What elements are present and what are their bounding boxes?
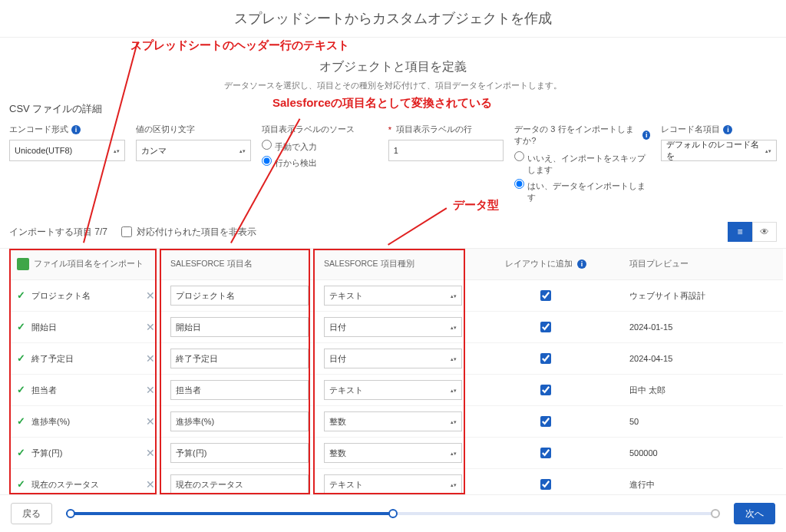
labelsource-detect[interactable]: 行から検出 [262,156,378,169]
sf-field-cell: 予算(円) [163,438,316,469]
info-icon[interactable]: i [577,259,586,269]
delimiter-select[interactable]: カンマ▴▾ [136,140,252,161]
remove-field-icon[interactable]: ✕ [146,415,155,428]
sf-type-select[interactable]: テキスト▴▾ [324,286,462,306]
caret-icon: ▴▾ [239,148,246,154]
sub-title: オブジェクトと項目を定義 [0,38,786,75]
check-icon: ✓ [17,447,25,458]
th-sf-field: SALESFORCE 項目名 [163,249,316,280]
file-field-cell: ✓進捗率(%)✕ [9,406,163,438]
caret-icon: ▴▾ [451,419,457,425]
list-view-toggle[interactable]: ≡ [728,222,752,242]
recordname-select[interactable]: デフォルトのレコード名を▴▾ [661,140,777,161]
add-to-layout-checkbox[interactable] [540,448,551,458]
preview-cell: 50 [622,406,783,438]
sf-type-cell: テキスト▴▾ [316,280,470,312]
preview-cell: 500000 [622,438,783,469]
check-icon: ✓ [17,289,25,301]
check-icon: ✓ [17,352,25,364]
remove-field-icon[interactable]: ✕ [146,447,155,459]
preview-cell: ウェブサイト再設計 [622,280,783,312]
importrows-yes[interactable]: はい、データをインポートします [514,179,650,203]
check-icon: ✓ [17,321,25,332]
sf-type-select[interactable]: 日付▴▾ [324,349,462,368]
sf-type-cell: テキスト▴▾ [316,375,470,406]
sf-field-input[interactable]: 予算(円) [170,443,309,463]
step-dot-1[interactable] [66,509,75,518]
sf-field-input[interactable]: 終了予定日 [170,349,309,368]
info-icon[interactable]: i [723,125,732,134]
caret-icon: ▴▾ [451,293,457,299]
info-icon[interactable]: i [71,125,81,134]
remove-field-icon[interactable]: ✕ [146,352,155,365]
add-to-layout-checkbox[interactable] [540,353,551,364]
file-field-cell: ✓開始日✕ [9,312,163,343]
layout-cell [470,312,622,343]
spreadsheet-icon [17,258,29,270]
th-file-field: ファイル項目名をインポート [9,249,163,280]
sf-type-select[interactable]: 日付▴▾ [324,317,462,337]
caret-icon: ▴▾ [114,148,120,154]
remove-field-icon[interactable]: ✕ [146,289,155,302]
importrows-radiogroup: いいえ、インポートをスキップします はい、データをインポートします [514,151,650,203]
sf-field-input[interactable]: 現在のステータス [170,474,309,494]
importrows-no[interactable]: いいえ、インポートをスキップします [514,151,650,176]
check-icon: ✓ [17,384,25,395]
labelrow-input[interactable]: 1 [388,140,504,161]
th-layout: レイアウトに追加i [470,249,622,280]
caret-icon: ▴▾ [451,325,457,330]
caret-icon: ▴▾ [451,356,457,362]
sf-field-cell: 終了予定日 [163,343,316,375]
file-field-cell: ✓プロジェクト名✕ [9,280,163,312]
sf-type-select[interactable]: 整数▴▾ [324,411,462,431]
back-button[interactable]: 戻る [11,503,52,524]
add-to-layout-checkbox[interactable] [540,479,551,490]
step-dot-2[interactable] [388,509,398,518]
sf-field-input[interactable]: プロジェクト名 [170,286,309,306]
add-to-layout-checkbox[interactable] [540,416,551,427]
sf-type-cell: 日付▴▾ [316,343,470,375]
sf-type-select[interactable]: 整数▴▾ [324,443,462,463]
remove-field-icon[interactable]: ✕ [146,321,155,333]
next-button[interactable]: 次へ [734,503,775,524]
th-sf-type: SALESFORCE 項目種別 [316,249,470,280]
list-icon: ≡ [737,226,742,237]
encoding-select[interactable]: Unicode(UTF8)▴▾ [9,140,125,161]
sf-field-input[interactable]: 進捗率(%) [170,411,309,431]
remove-field-icon[interactable]: ✕ [146,478,155,491]
info-icon[interactable]: i [642,131,651,140]
add-to-layout-checkbox[interactable] [540,322,551,332]
labelrow-label: *項目表示ラベルの行 [388,124,504,135]
add-to-layout-checkbox[interactable] [540,290,551,301]
layout-cell [470,343,622,375]
sf-field-cell: 開始日 [163,312,316,343]
remove-field-icon[interactable]: ✕ [146,384,155,396]
sf-field-cell: 進捗率(%) [163,406,316,438]
sf-type-select[interactable]: テキスト▴▾ [324,380,462,400]
preview-cell: 2024-01-15 [622,312,783,343]
add-to-layout-checkbox[interactable] [540,385,551,395]
check-icon: ✓ [17,415,25,427]
preview-cell: 田中 太郎 [622,375,783,406]
helper-text: データソースを選択し、項目とその種別を対応付けて、項目データをインポートします。 [0,75,786,102]
sf-field-input[interactable]: 担当者 [170,380,309,400]
wizard-stepper [66,512,720,515]
layout-cell [470,280,622,312]
sf-field-input[interactable]: 開始日 [170,317,309,337]
file-field-cell: ✓終了予定日✕ [9,343,163,375]
encoding-label: エンコード形式i [9,124,125,135]
importrows-label: データの 3 行をインポートしますか?i [514,124,650,147]
hide-mapped-toggle[interactable]: 対応付けられた項目を非表示 [121,226,256,239]
preview-cell: 2024-04-15 [622,343,783,375]
labelsource-manual[interactable]: 手動で入力 [262,140,378,153]
labelsource-radiogroup: 手動で入力 行から検出 [262,140,378,169]
recordname-label: レコード名項目i [661,124,777,135]
layout-cell [470,438,622,469]
layout-cell [470,406,622,438]
preview-view-toggle[interactable]: 👁 [752,222,777,242]
page-title: スプレッドシートからカスタムオブジェクトを作成 [0,0,786,38]
caret-icon: ▴▾ [451,482,457,487]
csv-detail-title: CSV ファイルの詳細 [9,102,786,116]
sf-type-select[interactable]: テキスト▴▾ [324,474,462,494]
sf-type-cell: 整数▴▾ [316,406,470,438]
